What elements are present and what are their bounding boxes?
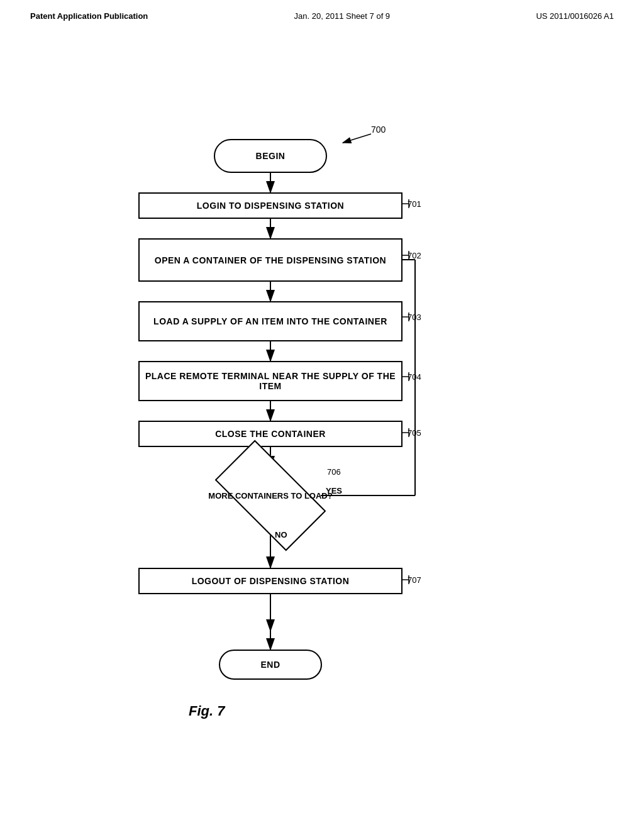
node-707: LOGOUT OF DISPENSING STATION: [138, 568, 402, 594]
yes-label: YES: [326, 486, 342, 495]
end-label: END: [260, 660, 280, 670]
node-703-label: LOAD A SUPPLY OF AN ITEM INTO THE CONTAI…: [153, 316, 387, 326]
ref-702-line: [402, 251, 412, 260]
node-705-label: CLOSE THE CONTAINER: [215, 429, 326, 439]
node-705: CLOSE THE CONTAINER: [138, 421, 402, 447]
ref-704-line: [402, 372, 412, 381]
flowchart-container: 700 BEGIN LOGIN TO DISPENSING STATION 70…: [0, 27, 644, 794]
node-707-label: LOGOUT OF DISPENSING STATION: [192, 576, 350, 586]
no-label: NO: [275, 530, 287, 540]
node-702-label: OPEN A CONTAINER OF THE DISPENSING STATI…: [155, 255, 386, 265]
header-publication-type: Patent Application Publication: [30, 11, 148, 21]
header-date-sheet: Jan. 20, 2011 Sheet 7 of 9: [294, 11, 391, 21]
ref-706: 706: [327, 467, 341, 477]
svg-line-13: [343, 134, 371, 143]
begin-label: BEGIN: [256, 151, 286, 161]
ref-700-arrow: [333, 129, 377, 148]
node-704: PLACE REMOTE TERMINAL NEAR THE SUPPLY OF…: [138, 361, 402, 401]
page-header: Patent Application Publication Jan. 20, …: [0, 0, 644, 27]
node-704-label: PLACE REMOTE TERMINAL NEAR THE SUPPLY OF…: [140, 371, 401, 391]
ref-701-line: [402, 199, 412, 208]
header-patent-number: US 2011/0016026 A1: [536, 11, 614, 21]
ref-705-line: [402, 428, 412, 437]
end-node: END: [219, 650, 322, 680]
node-701-label: LOGIN TO DISPENSING STATION: [197, 201, 344, 211]
node-701: LOGIN TO DISPENSING STATION: [138, 192, 402, 219]
node-703: LOAD A SUPPLY OF AN ITEM INTO THE CONTAI…: [138, 301, 402, 341]
ref-707-line: [402, 575, 412, 584]
figure-caption: Fig. 7: [189, 703, 225, 719]
node-702: OPEN A CONTAINER OF THE DISPENSING STATI…: [138, 238, 402, 282]
ref-703-line: [402, 313, 412, 321]
begin-node: BEGIN: [214, 139, 327, 173]
node-706-label: MORE CONTAINERS TO LOAD?: [195, 480, 346, 511]
flowchart-svg: [0, 27, 644, 794]
